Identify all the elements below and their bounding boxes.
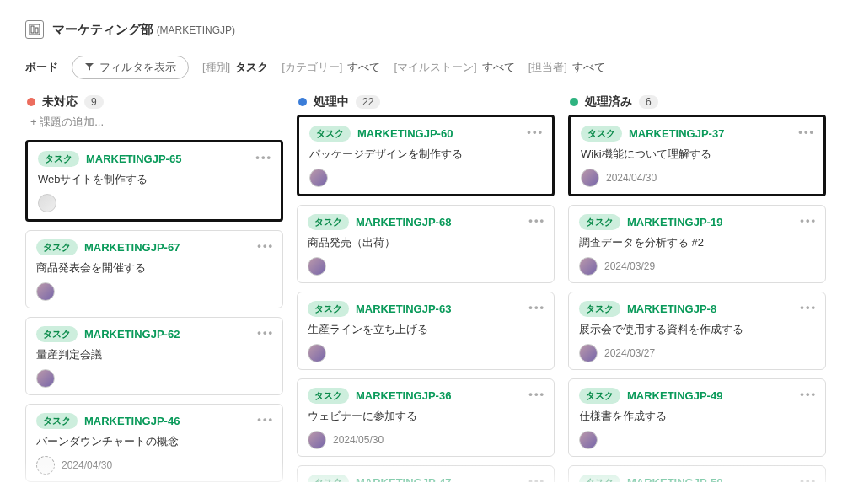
card-more-button[interactable]: •••	[800, 214, 817, 227]
issue-type-badge: タスク	[579, 214, 620, 230]
issue-card[interactable]: •••タスクMARKETINGJP-36ウェビナーに参加する2024/05/30	[297, 378, 555, 457]
filter-button[interactable]: フィルタを表示	[72, 56, 189, 79]
issue-subject: パッケージデザインを制作する	[309, 147, 542, 162]
issue-card[interactable]: •••タスクMARKETINGJP-47バーンダウンチャートの使い方	[297, 465, 555, 482]
issue-subject: 生産ラインを立ち上げる	[308, 322, 544, 337]
issue-subject: バーンダウンチャートの概念	[36, 434, 272, 449]
card-more-button[interactable]: •••	[800, 388, 817, 400]
issue-key: MARKETINGJP-63	[356, 303, 451, 315]
assignee-avatar	[581, 169, 599, 187]
issue-key: MARKETINGJP-19	[627, 216, 722, 228]
issue-card[interactable]: •••タスクMARKETINGJP-62量産判定会議	[25, 317, 283, 395]
issue-key: MARKETINGJP-67	[84, 241, 180, 254]
card-more-button[interactable]: •••	[257, 413, 274, 426]
card-more-button[interactable]: •••	[528, 214, 545, 227]
issue-card[interactable]: •••タスクMARKETINGJP-63生産ラインを立ち上げる	[297, 292, 555, 370]
project-header: マーケティング部 (MARKETINGJP)	[25, 15, 828, 47]
add-issue-button[interactable]: 課題の追加...	[25, 115, 283, 131]
project-name: マーケティング部	[52, 22, 153, 36]
project-icon	[25, 20, 44, 39]
issue-key: MARKETINGJP-46	[84, 415, 180, 427]
issue-card[interactable]: •••タスクMARKETINGJP-68商品発売（出荷）	[297, 205, 555, 283]
issue-key: MARKETINGJP-68	[356, 216, 451, 228]
project-code: (MARKETINGJP)	[157, 24, 235, 36]
issue-key: MARKETINGJP-47	[356, 476, 451, 482]
issue-card[interactable]: •••タスクMARKETINGJP-65Webサイトを制作する	[25, 140, 283, 222]
board-column: 処理済み6•••タスクMARKETINGJP-37Wiki機能について理解する2…	[568, 89, 826, 482]
issue-card[interactable]: •••タスクMARKETINGJP-60パッケージデザインを制作する	[297, 115, 555, 196]
column-header: 処理中22	[297, 89, 555, 115]
card-more-button[interactable]: •••	[257, 326, 274, 339]
assignee-avatar	[38, 194, 56, 212]
issue-subject: 調査データを分析する #2	[579, 235, 815, 250]
issue-type-badge: タスク	[308, 301, 349, 317]
issue-key: MARKETINGJP-65	[86, 153, 181, 165]
issue-subject: 展示会で使用する資料を作成する	[579, 322, 815, 337]
issue-key: MARKETINGJP-37	[629, 127, 724, 140]
filter-type[interactable]: [種別] タスク	[202, 60, 268, 75]
issue-card[interactable]: •••タスクMARKETINGJP-37Wiki機能について理解する2024/0…	[568, 115, 826, 196]
issue-key: MARKETINGJP-8	[627, 303, 716, 315]
column-header: 処理済み6	[568, 89, 826, 115]
issue-type-badge: タスク	[308, 388, 349, 404]
card-more-button[interactable]: •••	[800, 301, 817, 314]
issue-type-badge: タスク	[579, 301, 620, 317]
assignee-avatar	[36, 369, 55, 388]
filter-label: フィルタを表示	[99, 60, 176, 75]
issue-card[interactable]: •••タスクMARKETINGJP-49仕様書を作成する	[568, 378, 826, 457]
issue-card[interactable]: •••タスクMARKETINGJP-19調査データを分析する #22024/03…	[568, 205, 826, 283]
issue-subject: 商品発表会を開催する	[36, 260, 272, 276]
issue-card[interactable]: •••タスクMARKETINGJP-50設計書を作成する	[568, 465, 826, 482]
issue-type-badge: タスク	[308, 214, 349, 230]
status-dot-icon	[298, 98, 307, 106]
issue-key: MARKETINGJP-60	[357, 127, 453, 140]
column-count: 9	[84, 95, 104, 109]
assignee-avatar	[308, 431, 326, 449]
issue-card[interactable]: •••タスクMARKETINGJP-67商品発表会を開催する	[25, 230, 283, 308]
filter-category[interactable]: [カテゴリー] すべて	[282, 60, 380, 75]
issue-card[interactable]: •••タスクMARKETINGJP-8展示会で使用する資料を作成する2024/0…	[568, 292, 826, 370]
issue-key: MARKETINGJP-62	[84, 328, 180, 340]
card-more-button[interactable]: •••	[528, 301, 545, 314]
filter-icon	[84, 62, 94, 74]
card-more-button[interactable]: •••	[800, 475, 817, 482]
issue-type-badge: タスク	[579, 475, 620, 482]
card-more-button[interactable]: •••	[257, 239, 274, 252]
svg-rect-2	[35, 28, 38, 33]
card-more-button[interactable]: •••	[255, 151, 272, 164]
issue-type-badge: タスク	[308, 475, 349, 482]
issue-type-badge: タスク	[309, 126, 351, 142]
board-tab[interactable]: ボード	[25, 60, 58, 75]
assignee-avatar	[36, 456, 55, 475]
column-title: 処理済み	[585, 94, 632, 110]
assignee-avatar	[309, 169, 328, 187]
issue-key: MARKETINGJP-36	[356, 389, 451, 402]
issue-type-badge: タスク	[36, 413, 78, 429]
card-more-button[interactable]: •••	[798, 126, 815, 138]
due-date: 2024/03/27	[604, 347, 655, 359]
issue-subject: 商品発売（出荷）	[308, 235, 544, 250]
card-more-button[interactable]: •••	[527, 126, 544, 138]
board-column: 未対応9課題の追加...•••タスクMARKETINGJP-65Webサイトを制…	[25, 89, 283, 482]
issue-type-badge: タスク	[36, 239, 78, 255]
issue-type-badge: タスク	[579, 388, 620, 404]
assignee-avatar	[308, 257, 326, 276]
issue-type-badge: タスク	[36, 326, 78, 342]
filter-milestone[interactable]: [マイルストーン] すべて	[394, 60, 514, 75]
issue-subject: ウェビナーに参加する	[308, 409, 544, 424]
status-dot-icon	[570, 98, 578, 106]
assignee-avatar	[579, 257, 598, 276]
card-more-button[interactable]: •••	[528, 475, 545, 482]
issue-card[interactable]: •••タスクMARKETINGJP-46バーンダウンチャートの概念2024/04…	[25, 404, 283, 482]
issue-type-badge: タスク	[581, 126, 622, 142]
assignee-avatar	[36, 282, 55, 301]
board-column: 処理中22•••タスクMARKETINGJP-60パッケージデザインを制作する•…	[297, 89, 555, 482]
card-more-button[interactable]: •••	[528, 388, 545, 400]
assignee-avatar	[308, 344, 326, 362]
assignee-avatar	[579, 431, 598, 449]
issue-subject: 量産判定会議	[36, 347, 272, 362]
issue-subject: Webサイトを制作する	[38, 172, 271, 187]
filter-assignee[interactable]: [担当者] すべて	[528, 60, 605, 75]
due-date: 2024/04/30	[62, 459, 112, 471]
column-count: 22	[356, 95, 380, 109]
